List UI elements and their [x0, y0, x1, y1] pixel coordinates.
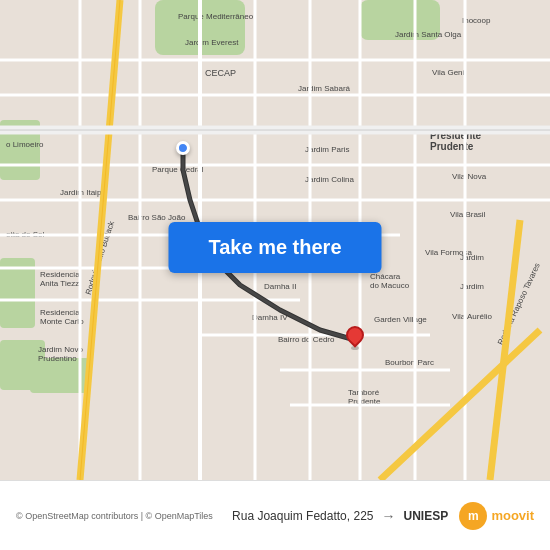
green-area-3 — [0, 120, 40, 180]
green-area-1 — [155, 0, 245, 55]
route-to: UNIESP — [403, 509, 448, 523]
moovit-brand-name: moovit — [491, 508, 534, 523]
route-info: Rua Joaquim Fedatto, 225 → UNIESP — [221, 508, 460, 524]
bottom-bar: © OpenStreetMap contributors | © OpenMap… — [0, 480, 550, 550]
green-area-6 — [30, 358, 90, 393]
take-me-there-button[interactable]: Take me there — [168, 222, 381, 273]
moovit-icon-letter: m — [468, 509, 479, 523]
route-arrow-icon: → — [381, 508, 395, 524]
green-area-4 — [0, 258, 35, 328]
origin-marker — [176, 141, 190, 155]
route-from: Rua Joaquim Fedatto, 225 — [232, 509, 373, 523]
green-area-2 — [360, 0, 440, 40]
destination-marker — [346, 326, 364, 350]
destination-pin-head — [342, 322, 367, 347]
moovit-logo: m moovit — [459, 502, 534, 530]
map-container: Parque Mediterrâneo Jardim Everest Jardi… — [0, 0, 550, 480]
moovit-icon: m — [459, 502, 487, 530]
copyright-text: © OpenStreetMap contributors | © OpenMap… — [16, 511, 213, 521]
